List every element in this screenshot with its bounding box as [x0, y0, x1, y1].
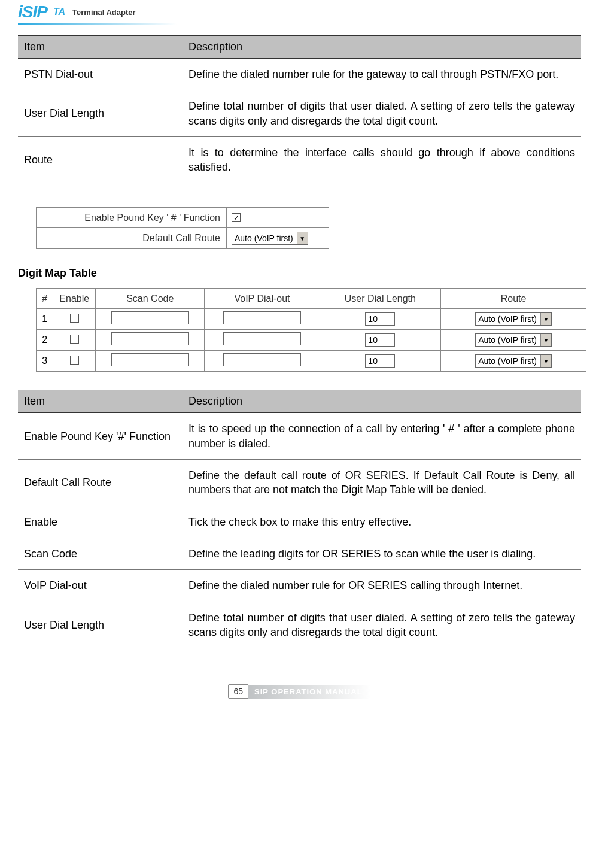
th-item: Item [18, 390, 183, 413]
dial-length-input[interactable]: 10 [365, 333, 395, 347]
cell-item: PSTN Dial-out [18, 59, 183, 90]
page-number: 65 [228, 684, 248, 699]
cell-item: User Dial Length [18, 602, 183, 648]
chevron-down-icon: ▼ [540, 355, 551, 367]
table-row: 210Auto (VoIP first)▼ [37, 330, 586, 351]
cell-desc: It is to speed up the connection of a ca… [183, 413, 581, 460]
cell-desc: Define total number of digits that user … [183, 90, 581, 137]
th-item: Item [18, 36, 183, 59]
header-label: Terminal Adapter [72, 8, 135, 17]
select-value: Auto (VoIP first) [478, 314, 540, 324]
route-select[interactable]: Auto (VoIP first)▼ [475, 333, 552, 347]
th-num: # [37, 289, 53, 309]
dial-length-input[interactable]: 10 [365, 354, 395, 368]
enable-checkbox[interactable] [70, 335, 79, 344]
footer-label: SIP OPERATION MANUAL [248, 685, 371, 699]
table-row: User Dial Length Define total number of … [18, 90, 581, 137]
cell-desc: Define the dialed number rule for the ga… [183, 59, 581, 90]
cell-item: Route [18, 136, 183, 183]
route-select[interactable]: Auto (VoIP first)▼ [475, 312, 552, 326]
cell-num: 1 [37, 309, 53, 330]
cell-desc: Define the default call route of OR SERI… [183, 460, 581, 506]
enable-checkbox[interactable] [70, 356, 79, 365]
cell-item: Scan Code [18, 538, 183, 569]
dial-length-input[interactable]: 10 [365, 312, 395, 326]
table-row: VoIP Dial-out Define the dialed number r… [18, 570, 581, 602]
table-row: Enable Pound Key '#' Function It is to s… [18, 413, 581, 460]
voip-dialout-input[interactable] [223, 311, 301, 324]
description-table-2: Item Description Enable Pound Key '#' Fu… [18, 390, 581, 648]
logo-text: iSIP [18, 2, 47, 22]
cell-item: VoIP Dial-out [18, 570, 183, 602]
table-row: Route It is to determine the interface c… [18, 136, 581, 183]
default-route-label: Default Call Route [37, 228, 227, 248]
select-value: Auto (VoIP first) [235, 233, 297, 243]
cell-desc: Define total number of digits that user … [183, 602, 581, 648]
enable-checkbox[interactable] [70, 314, 79, 323]
table-row: Scan Code Define the leading digits for … [18, 538, 581, 569]
scan-code-input[interactable] [111, 311, 189, 324]
cell-desc: Tick the check box to make this entry ef… [183, 506, 581, 538]
cell-item: Enable Pound Key '#' Function [18, 413, 183, 460]
th-scan: Scan Code [96, 289, 205, 309]
section-title: Digit Map Table [18, 267, 581, 280]
settings-row-pound: Enable Pound Key ' # ' Function ✓ [37, 208, 329, 228]
table-row: Enable Tick the check box to make this e… [18, 506, 581, 538]
page-footer: 65 SIP OPERATION MANUAL [0, 684, 599, 699]
cell-desc: Define the leading digits for OR SERIES … [183, 538, 581, 569]
cell-num: 3 [37, 351, 53, 372]
pound-key-checkbox[interactable]: ✓ [232, 213, 241, 222]
table-row: PSTN Dial-out Define the dialed number r… [18, 59, 581, 90]
table-row: Default Call Route Define the default ca… [18, 460, 581, 506]
th-enable: Enable [53, 289, 96, 309]
cell-item: User Dial Length [18, 90, 183, 137]
select-value: Auto (VoIP first) [478, 335, 540, 345]
digit-map-table: # Enable Scan Code VoIP Dial-out User Di… [36, 288, 586, 372]
settings-row-route: Default Call Route Auto (VoIP first) ▼ [37, 228, 329, 248]
table-row: 110Auto (VoIP first)▼ [37, 309, 586, 330]
scan-code-input[interactable] [111, 332, 189, 345]
th-len: User Dial Length [320, 289, 440, 309]
table-row: 310Auto (VoIP first)▼ [37, 351, 586, 372]
cell-desc: It is to determine the interface calls s… [183, 136, 581, 183]
scan-code-input[interactable] [111, 353, 189, 366]
voip-dialout-input[interactable] [223, 332, 301, 345]
table-row: User Dial Length Define total number of … [18, 602, 581, 648]
default-route-select[interactable]: Auto (VoIP first) ▼ [232, 232, 308, 245]
th-desc: Description [183, 390, 581, 413]
th-route: Route [441, 289, 586, 309]
th-desc: Description [183, 36, 581, 59]
th-voip: VoIP Dial-out [205, 289, 320, 309]
logo-ta: TA [53, 7, 65, 17]
cell-item: Enable [18, 506, 183, 538]
cell-desc: Define the dialed number rule for OR SER… [183, 570, 581, 602]
cell-item: Default Call Route [18, 460, 183, 506]
chevron-down-icon: ▼ [297, 232, 308, 244]
doc-header: iSIP TA Terminal Adapter [0, 0, 599, 23]
cell-num: 2 [37, 330, 53, 351]
header-underline [18, 23, 177, 25]
chevron-down-icon: ▼ [540, 313, 551, 325]
description-table-1: Item Description PSTN Dial-out Define th… [18, 35, 581, 183]
route-select[interactable]: Auto (VoIP first)▼ [475, 354, 552, 368]
chevron-down-icon: ▼ [540, 334, 551, 346]
voip-dialout-input[interactable] [223, 353, 301, 366]
select-value: Auto (VoIP first) [478, 356, 540, 366]
settings-panel: Enable Pound Key ' # ' Function ✓ Defaul… [36, 207, 329, 249]
pound-key-label: Enable Pound Key ' # ' Function [37, 208, 227, 227]
